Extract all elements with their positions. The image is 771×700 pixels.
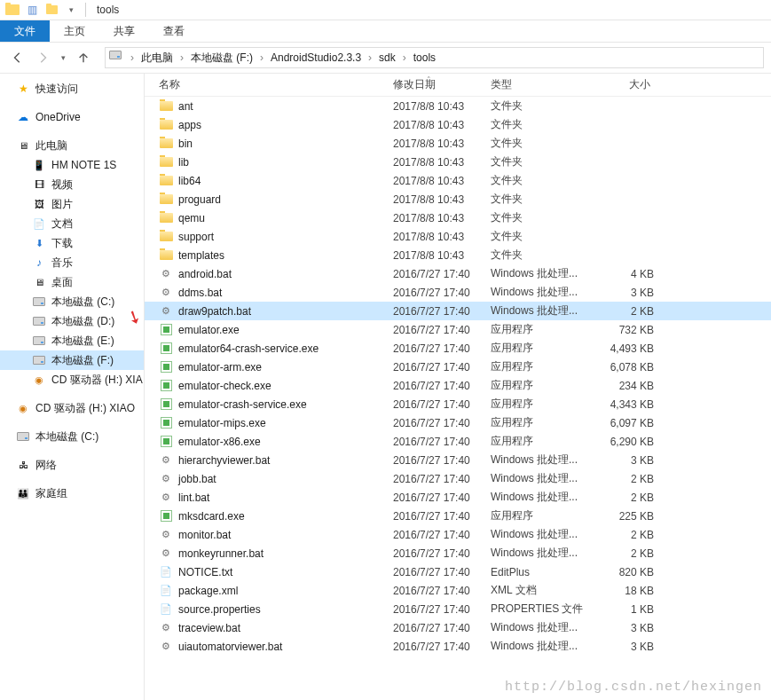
tab-view[interactable]: 查看 xyxy=(149,20,199,42)
column-header-size[interactable]: 大小 xyxy=(592,77,654,92)
file-row[interactable]: lib642017/8/8 10:43文件夹 xyxy=(145,171,771,190)
file-row[interactable]: bin2017/8/8 10:43文件夹 xyxy=(145,134,771,153)
file-date: 2017/8/8 10:43 xyxy=(379,212,476,224)
sidebar-item-cd-h[interactable]: CD 驱动器 (H:) XIA xyxy=(0,370,144,389)
file-row[interactable]: proguard2017/8/8 10:43文件夹 xyxy=(145,190,771,208)
sidebar-item-onedrive[interactable]: OneDrive xyxy=(0,107,144,127)
sidebar-item-network[interactable]: 网络 xyxy=(0,455,144,475)
folder-icon xyxy=(4,1,21,19)
window-title: tools xyxy=(97,4,119,16)
drive-icon xyxy=(32,314,46,328)
file-row[interactable]: package.xml2016/7/27 17:40XML 文档18 KB xyxy=(145,581,771,600)
file-row[interactable]: ant2017/8/8 10:43文件夹 xyxy=(145,97,771,115)
main-area: 快速访问 OneDrive 此电脑 HM NOTE 1S 视频 图片 文档 下载… xyxy=(0,74,771,700)
file-row[interactable]: apps2017/8/8 10:43文件夹 xyxy=(145,115,771,134)
file-date: 2017/8/8 10:43 xyxy=(379,119,476,131)
file-row[interactable]: lint.bat2016/7/27 17:40Windows 批处理...2 K… xyxy=(145,488,771,507)
sidebar-item-drive-c[interactable]: 本地磁盘 (C:) xyxy=(0,292,144,311)
drive-icon xyxy=(109,51,123,65)
folder-icon xyxy=(159,193,173,207)
chevron-right-icon[interactable]: › xyxy=(127,51,138,64)
nav-up-button[interactable] xyxy=(73,47,94,68)
file-row[interactable]: emulator-check.exe2016/7/27 17:40应用程序234… xyxy=(145,376,771,395)
chevron-right-icon[interactable]: › xyxy=(365,51,375,64)
file-name: android.bat xyxy=(178,268,232,280)
sidebar-item-homegroup[interactable]: 家庭组 xyxy=(0,484,144,503)
file-row[interactable]: source.properties2016/7/27 17:40PROPERTI… xyxy=(145,600,771,618)
sidebar-item-label: 网络 xyxy=(35,458,57,473)
breadcrumb-item[interactable]: sdk xyxy=(375,48,399,67)
file-row[interactable]: templates2017/8/8 10:43文件夹 xyxy=(145,246,771,264)
column-header-name[interactable]: 名称 xyxy=(145,77,379,92)
chevron-right-icon[interactable]: › xyxy=(399,51,410,64)
file-size: 3 KB xyxy=(592,641,654,653)
sidebar-item-drive-c2[interactable]: 本地磁盘 (C:) xyxy=(0,427,144,446)
sidebar-item-thispc[interactable]: 此电脑 xyxy=(0,136,144,155)
file-row[interactable]: emulator-x86.exe2016/7/27 17:40应用程序6,290… xyxy=(145,432,771,451)
nav-back-button[interactable] xyxy=(7,47,28,68)
sidebar-item-label: 快速访问 xyxy=(35,82,78,97)
column-header-type[interactable]: 类型 xyxy=(476,77,592,92)
file-row[interactable]: hierarchyviewer.bat2016/7/27 17:40Window… xyxy=(145,451,771,469)
sidebar-item-drive-f[interactable]: 本地磁盘 (F:) xyxy=(0,350,144,370)
file-name: qemu xyxy=(178,212,205,224)
tab-file[interactable]: 文件 xyxy=(0,20,50,42)
phone-icon xyxy=(32,158,46,172)
breadcrumb-item[interactable]: tools xyxy=(410,48,439,67)
tab-home[interactable]: 主页 xyxy=(50,20,99,42)
file-row[interactable]: NOTICE.txt2016/7/27 17:40EditPlus820 KB xyxy=(145,562,771,581)
sidebar-item-drive-d[interactable]: 本地磁盘 (D:) xyxy=(0,311,144,331)
file-type: 文件夹 xyxy=(476,154,592,169)
file-row[interactable]: emulator.exe2016/7/27 17:40应用程序732 KB xyxy=(145,320,771,339)
properties-file-icon xyxy=(159,602,173,617)
file-row[interactable]: jobb.bat2016/7/27 17:40Windows 批处理...2 K… xyxy=(145,469,771,488)
file-row[interactable]: ddms.bat2016/7/27 17:40Windows 批处理...3 K… xyxy=(145,283,771,302)
file-row[interactable]: lib2017/8/8 10:43文件夹 xyxy=(145,153,771,171)
folder-icon xyxy=(159,137,173,151)
file-row[interactable]: monitor.bat2016/7/27 17:40Windows 批处理...… xyxy=(145,525,771,544)
file-type: Windows 批处理... xyxy=(476,546,592,561)
file-row[interactable]: emulator64-crash-service.exe2016/7/27 17… xyxy=(145,339,771,358)
sidebar-item-desktop[interactable]: 桌面 xyxy=(0,272,144,292)
breadcrumb-item[interactable]: 此电脑 xyxy=(138,48,177,67)
qat-dropdown-icon[interactable]: ▾ xyxy=(62,1,80,19)
sidebar-item-cd-h2[interactable]: CD 驱动器 (H:) XIAO xyxy=(0,398,144,418)
sidebar-item-pictures[interactable]: 图片 xyxy=(0,194,144,214)
chevron-right-icon[interactable]: › xyxy=(177,51,187,64)
nav-forward-button[interactable] xyxy=(32,47,53,68)
new-folder-icon[interactable] xyxy=(43,1,60,19)
sidebar-item-quick-access[interactable]: 快速访问 xyxy=(0,79,144,98)
file-row[interactable]: qemu2017/8/8 10:43文件夹 xyxy=(145,208,771,227)
file-row[interactable]: uiautomatorviewer.bat2016/7/27 17:40Wind… xyxy=(145,637,771,656)
file-row[interactable]: android.bat2016/7/27 17:40Windows 批处理...… xyxy=(145,264,771,283)
sidebar-item-downloads[interactable]: 下载 xyxy=(0,233,144,253)
folder-icon xyxy=(159,99,173,114)
breadcrumb[interactable]: › 此电脑 › 本地磁盘 (F:) › AndroidStudio2.3.3 ›… xyxy=(105,47,764,68)
sidebar-item-documents[interactable]: 文档 xyxy=(0,214,144,233)
file-date: 2016/7/27 17:40 xyxy=(379,547,476,560)
file-row[interactable]: monkeyrunner.bat2016/7/27 17:40Windows 批… xyxy=(145,544,771,562)
file-row[interactable]: traceview.bat2016/7/27 17:40Windows 批处理.… xyxy=(145,618,771,637)
sidebar-item-videos[interactable]: 视频 xyxy=(0,175,144,194)
file-row[interactable]: emulator-mips.exe2016/7/27 17:40应用程序6,09… xyxy=(145,413,771,432)
sidebar-item-music[interactable]: 音乐 xyxy=(0,253,144,272)
file-name: lib xyxy=(178,156,189,169)
file-row[interactable]: mksdcard.exe2016/7/27 17:40应用程序225 KB xyxy=(145,507,771,525)
file-row[interactable]: support2017/8/8 10:43文件夹 xyxy=(145,227,771,246)
file-row[interactable]: emulator-arm.exe2016/7/27 17:40应用程序6,078… xyxy=(145,358,771,376)
properties-icon[interactable]: ▥ xyxy=(23,1,41,19)
file-row[interactable]: emulator-crash-service.exe2016/7/27 17:4… xyxy=(145,395,771,413)
file-date: 2016/7/27 17:40 xyxy=(379,622,476,634)
file-row[interactable]: draw9patch.bat2016/7/27 17:40Windows 批处理… xyxy=(145,302,771,320)
breadcrumb-item[interactable]: AndroidStudio2.3.3 xyxy=(267,48,365,67)
sidebar-item-label: 本地磁盘 (F:) xyxy=(51,353,114,368)
chevron-right-icon[interactable]: › xyxy=(256,51,267,64)
sidebar-item-phone[interactable]: HM NOTE 1S xyxy=(0,155,144,175)
tab-share[interactable]: 共享 xyxy=(99,20,149,42)
sidebar-item-drive-e[interactable]: 本地磁盘 (E:) xyxy=(0,331,144,350)
cd-icon xyxy=(32,373,46,387)
nav-recent-dropdown[interactable]: ▾ xyxy=(57,47,69,68)
ribbon-tabs: 文件 主页 共享 查看 xyxy=(0,20,771,43)
file-name: hierarchyviewer.bat xyxy=(178,454,270,467)
breadcrumb-item[interactable]: 本地磁盘 (F:) xyxy=(187,48,256,67)
